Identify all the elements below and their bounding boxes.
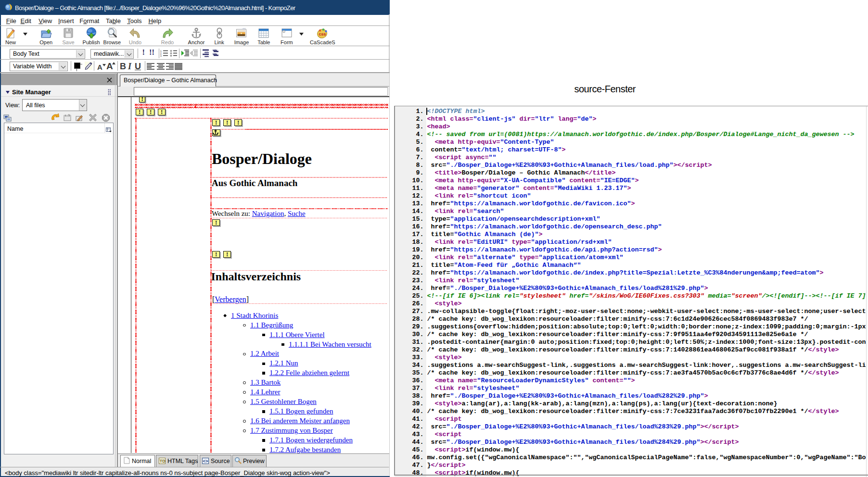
svg-text:css: css	[319, 32, 326, 37]
svg-text:TD: TD	[160, 459, 166, 464]
svg-text:3.: 3.	[160, 55, 162, 57]
svg-text:<>: <>	[203, 458, 209, 464]
